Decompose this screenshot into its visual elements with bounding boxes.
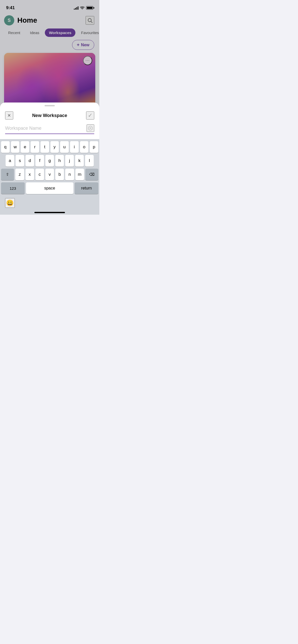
key-o[interactable]: o [80,141,89,153]
key-v[interactable]: v [45,169,54,180]
key-i[interactable]: i [70,141,79,153]
key-h[interactable]: h [55,155,64,167]
key-t[interactable]: t [40,141,49,153]
return-key[interactable]: return [75,182,98,194]
workspace-name-input[interactable] [5,124,94,134]
new-workspace-modal: × New Workspace ✓ q w e r t y u i o p [0,103,99,215]
key-w[interactable]: w [11,141,20,153]
modal-header: × New Workspace ✓ [0,108,99,124]
key-j[interactable]: j [65,155,74,167]
key-n[interactable]: n [65,169,74,180]
key-b[interactable]: b [55,169,64,180]
keyboard-row-4: 123 space return [1,182,98,194]
clear-icon [88,126,93,131]
key-d[interactable]: d [25,155,34,167]
keyboard: q w e r t y u i o p a s d f g h j k l ⇧ … [0,139,99,197]
key-p[interactable]: p [90,141,98,153]
key-k[interactable]: k [75,155,84,167]
key-a[interactable]: a [6,155,14,167]
emoji-button[interactable]: 😀 [5,198,15,208]
modal-confirm-button[interactable]: ✓ [86,111,94,120]
key-m[interactable]: m [75,169,84,180]
keyboard-row-3: ⇧ z x c v b n m ⌫ [1,169,98,180]
drag-handle [45,105,55,106]
home-indicator-row [0,210,99,215]
keyboard-row-2: a s d f g h j k l [1,155,98,167]
key-g[interactable]: g [45,155,54,167]
space-key[interactable]: space [26,182,73,194]
workspace-name-container [5,124,94,134]
shift-key[interactable]: ⇧ [1,169,14,180]
key-x[interactable]: x [25,169,34,180]
key-s[interactable]: s [16,155,24,167]
key-f[interactable]: f [35,155,44,167]
backspace-key[interactable]: ⌫ [85,169,98,180]
key-l[interactable]: l [85,155,94,167]
key-c[interactable]: c [35,169,44,180]
key-y[interactable]: y [50,141,59,153]
home-indicator [34,212,65,213]
keyboard-row-1: q w e r t y u i o p [1,141,98,153]
modal-title: New Workspace [32,113,67,118]
key-q[interactable]: q [1,141,10,153]
numbers-key[interactable]: 123 [1,182,25,194]
key-r[interactable]: r [31,141,39,153]
input-clear-button[interactable] [87,124,94,132]
modal-close-button[interactable]: × [5,111,13,120]
key-e[interactable]: e [21,141,29,153]
key-u[interactable]: u [60,141,69,153]
keyboard-bottom-bar: 😀 [0,197,99,210]
key-z[interactable]: z [15,169,24,180]
